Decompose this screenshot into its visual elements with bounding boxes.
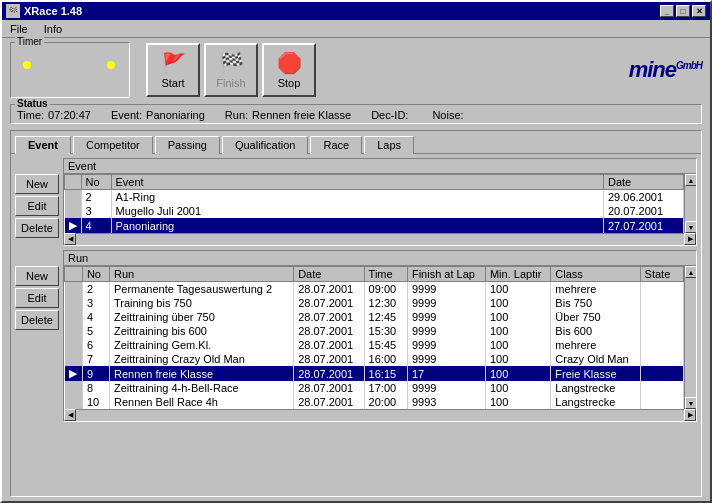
run-edit-button[interactable]: Edit [15,288,59,308]
timer-box: Timer [10,42,130,98]
run-class: mehrere [551,282,640,297]
run-scroll-area: No Run Date Time Finish at Lap Min. Lapt… [64,266,684,409]
run-finish: 9999 [407,352,485,366]
run-col-run: Run [109,267,293,282]
time-value: 07:20:47 [48,109,91,121]
tab-event[interactable]: Event [15,136,71,154]
run-table-row[interactable]: 2 Permanente Tagesauswertung 2 28.07.200… [65,282,684,297]
stop-button[interactable]: 🛑 Stop [262,43,316,97]
timer-dot-4 [107,61,115,69]
run-col-finish: Finish at Lap [407,267,485,282]
run-col-class: Class [551,267,640,282]
run-scroll-left[interactable]: ◀ [64,409,76,421]
event-table: No Event Date 2 A1-Ring 29.06.2001 3 Mug… [64,174,684,233]
event-table-row[interactable]: 2 A1-Ring 29.06.2001 [65,190,684,205]
run-time: 15:45 [364,338,407,352]
event-new-button[interactable]: New [15,174,59,194]
run-table-row[interactable]: ▶ 9 Rennen freie Klasse 28.07.2001 16:15… [65,366,684,381]
titlebar: 🏁 XRace 1.48 _ □ ✕ [2,2,710,20]
stop-icon: 🛑 [277,51,302,75]
event-scroll-up[interactable]: ▲ [685,174,696,186]
event-no: 3 [81,204,111,218]
run-scrollbar-v[interactable]: ▲ ▼ [684,266,696,409]
close-button[interactable]: ✕ [692,5,706,17]
run-no: 6 [82,338,109,352]
run-table-row[interactable]: 5 Zeittraining bis 600 28.07.2001 15:30 … [65,324,684,338]
event-scroll-left[interactable]: ◀ [64,233,76,245]
tab-competitor[interactable]: Competitor [73,136,153,154]
event-scrollbar-v[interactable]: ▲ ▼ [684,174,696,233]
run-min: 100 [485,381,550,395]
run-table-row[interactable]: 10 Rennen Bell Race 4h 28.07.2001 20:00 … [65,395,684,409]
event-table-row[interactable]: 3 Mugello Juli 2001 20.07.2001 [65,204,684,218]
run-min: 100 [485,296,550,310]
event-delete-button[interactable]: Delete [15,218,59,238]
run-time: 20:00 [364,395,407,409]
start-button[interactable]: 🚩 Start [146,43,200,97]
run-date: 28.07.2001 [294,366,364,381]
run-time: 12:30 [364,296,407,310]
run-scroll-down[interactable]: ▼ [685,397,696,409]
run-section: New Edit Delete Run No [15,250,697,422]
run-date: 28.07.2001 [294,395,364,409]
timer-dot-2 [51,61,59,69]
event-no: 4 [81,218,111,233]
run-finish: 9999 [407,324,485,338]
toolbar-buttons: 🚩 Start 🏁 Finish 🛑 Stop [146,43,316,97]
run-min: 100 [485,310,550,324]
status-box: Status Time: 07:20:47 Event: Panoniaring… [10,104,702,124]
run-table-row[interactable]: 7 Zeittraining Crazy Old Man 28.07.2001 … [65,352,684,366]
run-scroll-up[interactable]: ▲ [685,266,696,278]
row-arrow: ▶ [65,366,83,381]
run-table-container: Run No Run Date Time [63,250,697,422]
run-table-row[interactable]: 4 Zeittraining über 750 28.07.2001 12:45… [65,310,684,324]
logo-text: mine [629,57,676,82]
run-state [640,366,683,381]
tabs: Event Competitor Passing Qualification R… [11,131,701,153]
event-col-date: Date [604,175,684,190]
run-table-row[interactable]: 8 Zeittraining 4-h-Bell-Race 28.07.2001 … [65,381,684,395]
run-date: 28.07.2001 [294,338,364,352]
toolbar-area: Timer 🚩 Start 🏁 Finish 🛑 Stop [2,38,710,102]
run-time: 16:00 [364,352,407,366]
run-name: Zeittraining Gem.Kl. [109,338,293,352]
row-arrow [65,204,82,218]
run-new-button[interactable]: New [15,266,59,286]
event-bottom-scroll: ◀ ▶ [64,233,696,245]
run-no: 5 [82,324,109,338]
menu-file[interactable]: File [6,22,32,36]
run-table-row[interactable]: 6 Zeittraining Gem.Kl. 28.07.2001 15:45 … [65,338,684,352]
run-col-no: No [82,267,109,282]
main-area: Event Competitor Passing Qualification R… [10,130,702,497]
minimize-button[interactable]: _ [660,5,674,17]
event-scroll-right[interactable]: ▶ [684,233,696,245]
event-date: 29.06.2001 [604,190,684,205]
tab-laps[interactable]: Laps [364,136,414,154]
window-title: XRace 1.48 [24,5,82,17]
event-table-row[interactable]: ▶ 4 Panoniaring 27.07.2001 [65,218,684,233]
menu-info[interactable]: Info [40,22,66,36]
run-table: No Run Date Time Finish at Lap Min. Lapt… [64,266,684,409]
run-bottom-scroll: ◀ ▶ [64,409,696,421]
row-arrow [65,190,82,205]
run-delete-button[interactable]: Delete [15,310,59,330]
status-event: Event: Panoniaring [111,109,205,121]
status-time: Time: 07:20:47 [17,109,91,121]
run-scroll-right[interactable]: ▶ [684,409,696,421]
tab-passing[interactable]: Passing [155,136,220,154]
row-arrow [65,282,83,297]
run-value: Rennen freie Klasse [252,109,351,121]
finish-button[interactable]: 🏁 Finish [204,43,258,97]
run-table-row[interactable]: 3 Training bis 750 28.07.2001 12:30 9999… [65,296,684,310]
tab-race[interactable]: Race [310,136,362,154]
run-col-date: Date [294,267,364,282]
event-scroll-down[interactable]: ▼ [685,221,696,233]
run-name: Zeittraining 4-h-Bell-Race [109,381,293,395]
run-class: Bis 600 [551,324,640,338]
maximize-button[interactable]: □ [676,5,690,17]
tab-qualification[interactable]: Qualification [222,136,309,154]
start-icon: 🚩 [161,51,186,75]
event-edit-button[interactable]: Edit [15,196,59,216]
row-arrow [65,352,83,366]
run-col-state: State [640,267,683,282]
